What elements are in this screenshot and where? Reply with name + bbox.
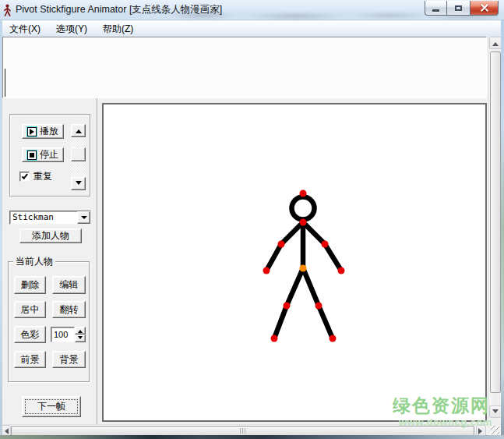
- chevron-down-icon: [81, 216, 87, 222]
- scroll-up-button[interactable]: [489, 37, 502, 49]
- arrow-left-icon: [2, 428, 9, 434]
- frame-cursor: [5, 69, 5, 97]
- speed-scrollbar[interactable]: [71, 124, 86, 190]
- figure-segment-right-thigh: [303, 268, 319, 306]
- figure-type-value: Stickman: [10, 211, 77, 224]
- speed-scrollbar-thumb[interactable]: [71, 147, 86, 161]
- window-border-bottom: [0, 435, 504, 439]
- stop-label: 停止: [40, 148, 58, 161]
- thumb-grip-icon: [240, 428, 246, 434]
- figure-segment-right-shin: [319, 306, 333, 338]
- figure-joint-handle[interactable]: [315, 303, 322, 310]
- scroll-down-button[interactable]: [489, 405, 502, 418]
- play-icon: [27, 127, 37, 136]
- next-frame-button[interactable]: 下一帧: [22, 396, 81, 417]
- figure-joint-handle[interactable]: [271, 335, 278, 342]
- minimize-button[interactable]: [425, 1, 447, 16]
- maximize-icon: [455, 5, 462, 11]
- figure-type-dropdown-button[interactable]: [77, 211, 90, 224]
- delete-button[interactable]: 删除: [14, 276, 46, 294]
- figure-joint-handle[interactable]: [300, 219, 307, 226]
- window-title: Pivot Stickfigure Animator [支点线条人物漫画家]: [16, 0, 222, 19]
- speed-scroll-down-button[interactable]: [71, 177, 86, 190]
- close-icon: [480, 3, 489, 12]
- figure-segment-right-forearm: [325, 244, 341, 271]
- menubar: 文件(X) 选项(Y) 帮助(Z): [0, 21, 504, 37]
- figure-joint-handle[interactable]: [300, 190, 307, 197]
- speed-scroll-up-button[interactable]: [71, 124, 86, 137]
- figure-head: [292, 197, 315, 220]
- sidebar-divider: [97, 98, 98, 424]
- checkmark-icon: [21, 172, 27, 179]
- frames-timeline[interactable]: [2, 37, 487, 98]
- figure-segment-left-forearm: [266, 244, 281, 271]
- figure-segment-right-upper-arm: [303, 222, 325, 244]
- arrow-up-icon: [76, 126, 82, 133]
- size-increment-button[interactable]: [75, 327, 86, 335]
- figure-segment-left-upper-arm: [281, 222, 303, 244]
- foreground-button[interactable]: 前景: [14, 351, 46, 368]
- add-figure-button[interactable]: 添加人物: [19, 228, 82, 243]
- figure-type-select[interactable]: Stickman: [9, 211, 91, 225]
- arrow-down-icon: [492, 409, 499, 416]
- app-icon: [3, 4, 12, 16]
- vertical-scrollbar-thumb[interactable]: [490, 51, 501, 393]
- arrow-right-icon: [478, 428, 485, 434]
- menu-options[interactable]: 选项(Y): [50, 22, 93, 37]
- edit-button[interactable]: 编辑: [52, 276, 86, 294]
- figure-origin-handle[interactable]: [300, 265, 307, 272]
- figure-joint-handle[interactable]: [284, 303, 291, 310]
- horizontal-scrollbar[interactable]: [1, 424, 487, 436]
- titlebar: Pivot Stickfigure Animator [支点线条人物漫画家]: [0, 0, 504, 20]
- current-figure-group-title: 当前人物: [13, 256, 55, 267]
- scrollbar-corner: [488, 424, 501, 435]
- color-button[interactable]: 色彩: [14, 326, 46, 343]
- arrow-down-icon: [76, 181, 82, 188]
- size-input[interactable]: 100: [51, 327, 75, 342]
- repeat-label: 重复: [33, 171, 52, 182]
- flip-button[interactable]: 翻转: [52, 301, 86, 318]
- focus-outline: [25, 399, 78, 414]
- menu-file[interactable]: 文件(X): [3, 22, 47, 37]
- figure-joint-handle[interactable]: [278, 241, 285, 248]
- figure-joint-handle[interactable]: [263, 267, 270, 274]
- spinner-down-icon: [78, 336, 83, 342]
- size-decrement-button[interactable]: [75, 335, 86, 342]
- caption-buttons: [425, 1, 499, 16]
- figure-joint-handle[interactable]: [338, 267, 345, 274]
- play-button[interactable]: 播放: [22, 124, 64, 139]
- size-spinner: 100: [51, 327, 86, 342]
- resize-grip[interactable]: [491, 426, 499, 434]
- stick-figure[interactable]: [104, 104, 485, 420]
- figure-joint-handle[interactable]: [330, 335, 337, 342]
- app-window: Pivot Stickfigure Animator [支点线条人物漫画家] 文…: [0, 0, 504, 439]
- arrow-up-icon: [492, 39, 499, 46]
- center-button[interactable]: 居中: [14, 301, 46, 318]
- window-border-right: [501, 20, 504, 435]
- spinner-up-icon: [78, 327, 83, 333]
- play-label: 播放: [40, 125, 58, 138]
- stop-icon: [27, 150, 37, 160]
- figure-segment-left-thigh: [287, 268, 303, 306]
- stop-button[interactable]: 停止: [22, 147, 64, 162]
- figure-joint-handle[interactable]: [322, 241, 329, 248]
- close-button[interactable]: [470, 1, 499, 16]
- repeat-checkbox[interactable]: [19, 172, 30, 182]
- background-button[interactable]: 背景: [52, 351, 86, 368]
- maximize-button[interactable]: [447, 1, 470, 16]
- window-border-left: [0, 20, 2, 435]
- animation-canvas[interactable]: [102, 103, 487, 422]
- figure-segment-left-shin: [274, 306, 287, 338]
- vertical-scrollbar[interactable]: [488, 37, 501, 420]
- minimize-icon: [432, 9, 439, 12]
- menu-help[interactable]: 帮助(Z): [97, 22, 139, 37]
